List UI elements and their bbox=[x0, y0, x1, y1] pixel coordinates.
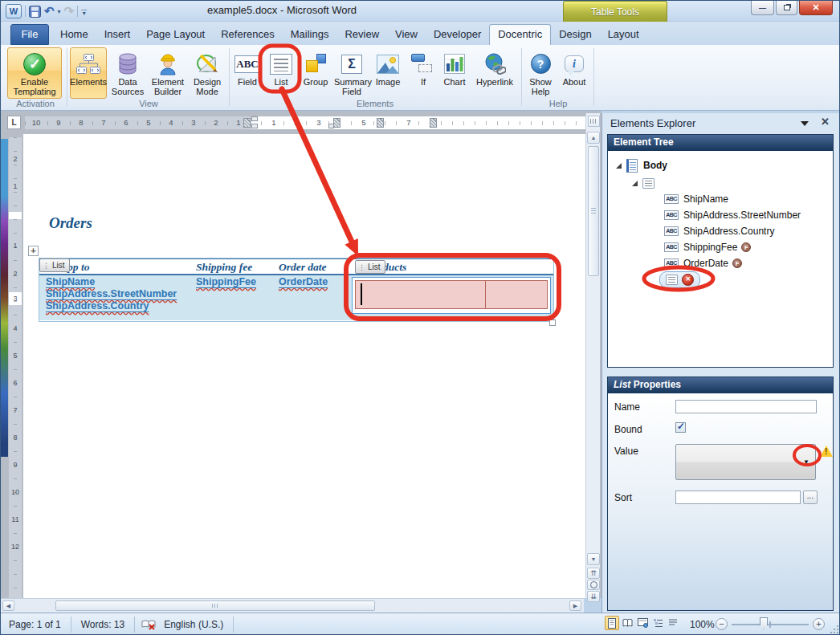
tab-home[interactable]: Home bbox=[52, 24, 96, 45]
language-indicator[interactable]: English (U.S.) bbox=[161, 619, 226, 630]
summary-field-button[interactable]: Σ Summary Field bbox=[333, 47, 370, 99]
table-move-handle[interactable]: + bbox=[28, 246, 39, 256]
tab-page-layout[interactable]: Page Layout bbox=[138, 24, 213, 45]
group-button[interactable]: Group bbox=[300, 47, 332, 99]
list-button[interactable]: List bbox=[266, 47, 296, 99]
sort-input[interactable] bbox=[675, 490, 801, 504]
table-resize-handle[interactable] bbox=[549, 320, 556, 326]
design-mode-button[interactable]: Design Mode bbox=[189, 47, 226, 99]
value-dropdown[interactable] bbox=[675, 444, 816, 480]
hyperlink-button[interactable]: Hyperlink bbox=[471, 47, 518, 99]
restore-button[interactable] bbox=[776, 1, 797, 15]
close-button[interactable] bbox=[799, 1, 833, 15]
undo-icon[interactable]: ↶ bbox=[44, 5, 55, 18]
vertical-scrollbar[interactable] bbox=[585, 113, 600, 598]
tab-review[interactable]: Review bbox=[336, 24, 387, 45]
word-app-icon[interactable]: W bbox=[6, 4, 22, 18]
expand-icon[interactable] bbox=[616, 163, 622, 169]
table-column-marker[interactable] bbox=[377, 118, 384, 128]
sort-browse-button[interactable]: ... bbox=[803, 490, 818, 504]
field-orderdate[interactable]: OrderDate bbox=[279, 276, 328, 287]
zoom-out-icon[interactable]: − bbox=[716, 618, 728, 630]
tab-docentric[interactable]: Docentric bbox=[489, 24, 551, 45]
tree-node-body[interactable]: Body bbox=[616, 157, 833, 173]
name-input[interactable] bbox=[675, 400, 817, 413]
tree-node-field[interactable]: ABC ShipAddress.Country bbox=[664, 223, 833, 239]
tab-design[interactable]: Design bbox=[551, 24, 599, 45]
element-builder-button[interactable]: Element Builder bbox=[149, 47, 187, 99]
ruler-toggle-icon[interactable] bbox=[588, 116, 600, 127]
zoom-slider-track[interactable] bbox=[732, 624, 809, 625]
data-sources-button[interactable]: Data Sources bbox=[108, 47, 147, 99]
proofing-error-icon[interactable] bbox=[141, 619, 156, 630]
zoom-in-icon[interactable]: + bbox=[813, 618, 825, 630]
scrollbar-thumb[interactable] bbox=[55, 600, 375, 611]
window-resize-grip[interactable] bbox=[830, 625, 838, 633]
hanging-indent-marker[interactable] bbox=[251, 124, 258, 128]
elements-button[interactable]: Elements bbox=[70, 47, 107, 99]
field-shipname[interactable]: ShipName bbox=[46, 276, 95, 287]
zoom-slider-thumb[interactable] bbox=[760, 617, 768, 629]
tab-stop-selector[interactable]: L bbox=[7, 116, 21, 129]
selected-tree-node[interactable] bbox=[659, 271, 700, 288]
vertical-ruler[interactable]: 2 1 1 2 3 4 5 6 7 8 9 10 11 12 bbox=[9, 137, 22, 598]
minimize-button[interactable] bbox=[751, 1, 774, 15]
tab-insert[interactable]: Insert bbox=[96, 24, 139, 45]
web-layout-view-icon[interactable] bbox=[635, 616, 650, 630]
zoom-level[interactable]: 100% bbox=[690, 619, 715, 630]
panel-close-icon[interactable]: ✕ bbox=[821, 116, 830, 128]
tree-node-field[interactable]: ABC OrderDate F bbox=[664, 255, 833, 271]
products-list-content-control[interactable] bbox=[352, 277, 551, 314]
field-shipaddress-streetnumber[interactable]: ShipAddress.StreetNumber bbox=[46, 288, 177, 299]
document-heading[interactable]: Orders bbox=[49, 214, 92, 232]
tab-layout[interactable]: Layout bbox=[600, 24, 647, 45]
document-page[interactable]: Orders + List List pp to Shipping fee Or… bbox=[23, 134, 585, 598]
field-button[interactable]: ABC Field bbox=[232, 47, 263, 99]
tab-mailings[interactable]: Mailings bbox=[283, 24, 337, 45]
panel-menu-caret-icon[interactable] bbox=[801, 121, 809, 126]
tab-view[interactable]: View bbox=[387, 24, 426, 45]
if-button[interactable]: If bbox=[409, 47, 438, 99]
chart-button[interactable]: Chart bbox=[439, 47, 470, 99]
expand-icon[interactable] bbox=[632, 181, 638, 186]
tab-file[interactable]: File bbox=[10, 24, 49, 45]
previous-page-icon[interactable] bbox=[587, 568, 600, 579]
tree-node-field[interactable]: ABC ShipAddress.StreetNumber bbox=[664, 207, 833, 223]
field-shipaddress-country[interactable]: ShipAddress.Country bbox=[46, 300, 149, 311]
customize-qat-icon[interactable] bbox=[81, 7, 87, 15]
undo-dropdown-caret[interactable]: ▾ bbox=[58, 8, 61, 15]
tab-developer[interactable]: Developer bbox=[426, 24, 489, 45]
horizontal-ruler[interactable]: 10 9 8 7 6 5 4 3 2 1 1 2 3 5 7 bbox=[25, 116, 585, 129]
field-shippingfee[interactable]: ShippingFee bbox=[196, 276, 256, 287]
draft-view-icon[interactable] bbox=[666, 616, 680, 630]
save-icon[interactable] bbox=[29, 6, 41, 18]
word-count[interactable]: Words: 13 bbox=[78, 619, 128, 630]
select-browse-object-icon[interactable] bbox=[587, 580, 600, 590]
print-layout-view-icon[interactable] bbox=[605, 616, 619, 630]
enable-templating-button[interactable]: Enable Templating bbox=[7, 47, 62, 99]
first-line-indent-marker[interactable] bbox=[251, 116, 258, 121]
nested-table-cell[interactable] bbox=[486, 280, 548, 309]
show-help-button[interactable]: ? Show Help bbox=[524, 47, 557, 99]
scroll-right-icon[interactable] bbox=[569, 600, 581, 611]
tab-references[interactable]: References bbox=[213, 24, 282, 45]
next-page-icon[interactable] bbox=[587, 591, 600, 602]
tree-node-field[interactable]: ABC ShipName bbox=[664, 191, 833, 207]
outline-view-icon[interactable] bbox=[650, 616, 665, 630]
table-column-marker[interactable] bbox=[333, 118, 340, 128]
tree-node-list[interactable] bbox=[632, 175, 833, 191]
tree-node-field[interactable]: ABC ShippingFee F bbox=[664, 239, 833, 255]
right-indent-marker[interactable] bbox=[328, 124, 334, 128]
scroll-down-icon[interactable] bbox=[587, 553, 600, 565]
table-column-marker[interactable] bbox=[243, 118, 251, 128]
scroll-up-icon[interactable] bbox=[587, 132, 600, 144]
tree-node-unbound-list[interactable] bbox=[659, 271, 833, 287]
table-column-marker[interactable] bbox=[430, 118, 437, 128]
about-button[interactable]: i About bbox=[558, 47, 590, 99]
scrollbar-thumb[interactable] bbox=[588, 146, 599, 276]
full-screen-reading-view-icon[interactable] bbox=[620, 616, 634, 630]
scroll-left-icon[interactable] bbox=[2, 600, 14, 611]
nested-table[interactable] bbox=[355, 280, 548, 309]
document-table[interactable]: List List pp to Shipping fee Order date … bbox=[39, 258, 554, 322]
page-indicator[interactable]: Page: 1 of 1 bbox=[6, 619, 64, 630]
